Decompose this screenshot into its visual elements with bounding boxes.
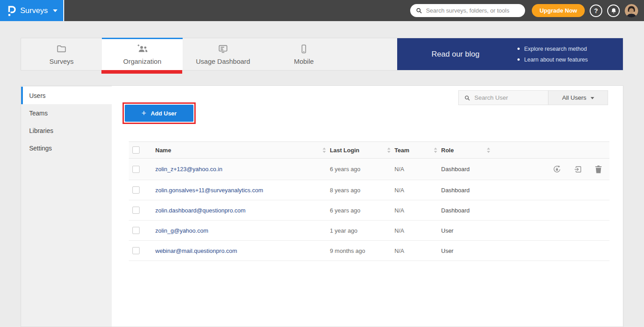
sidebar: Users Teams Libraries Settings xyxy=(21,86,112,327)
product-menu-label: Surveys xyxy=(20,6,48,15)
dashboard-icon xyxy=(218,44,228,54)
row-checkbox[interactable] xyxy=(132,207,140,214)
questionpro-p-logo-icon xyxy=(7,5,16,17)
last-login-value: 6 years ago xyxy=(330,207,360,214)
last-login-value: 6 years ago xyxy=(330,166,360,172)
global-search-input[interactable] xyxy=(426,7,520,14)
product-switcher[interactable]: Surveys xyxy=(0,0,64,21)
sidebar-item-label: Teams xyxy=(29,110,48,117)
add-people-icon xyxy=(136,44,149,54)
column-header-team[interactable]: Team xyxy=(394,147,409,154)
last-login-value: 1 year ago xyxy=(330,227,357,234)
team-value: N/A xyxy=(394,247,404,254)
table-row: zolin_z+123@yahoo.co.in 6 years ago N/A … xyxy=(129,159,609,180)
annotation-highlight-add-user: + Add User xyxy=(123,102,196,124)
search-icon xyxy=(464,95,470,101)
team-value: N/A xyxy=(394,227,404,234)
sidebar-item-label: Users xyxy=(29,92,46,99)
user-email-link[interactable]: zolin_z+123@yahoo.co.in xyxy=(155,166,222,172)
search-icon xyxy=(416,7,422,14)
column-header-name[interactable]: Name xyxy=(155,147,171,154)
row-checkbox[interactable] xyxy=(132,186,140,194)
row-checkbox[interactable] xyxy=(132,247,140,254)
table-row: zolin.gonsalves+11@surveyanalytics.com 8… xyxy=(129,180,609,200)
row-checkbox[interactable] xyxy=(132,227,140,234)
role-value: Dashboard xyxy=(441,166,470,172)
tab-surveys[interactable]: Surveys xyxy=(21,38,102,70)
team-value: N/A xyxy=(394,187,404,194)
tab-usage-dashboard[interactable]: Usage Dashboard xyxy=(183,38,263,70)
user-email-link[interactable]: zolin.dashboard@questionpro.com xyxy=(155,207,245,214)
global-search xyxy=(410,4,525,17)
plus-icon: + xyxy=(141,109,146,117)
last-login-value: 9 months ago xyxy=(330,247,365,254)
sidebar-item-settings[interactable]: Settings xyxy=(21,139,112,157)
organization-panel: Users Teams Libraries Settings All Users xyxy=(21,85,623,327)
column-header-role[interactable]: Role xyxy=(441,147,454,154)
column-header-last-login[interactable]: Last Login xyxy=(330,147,359,154)
blog-bullet: Learn about new features xyxy=(517,57,588,63)
user-search-field xyxy=(459,91,548,105)
sort-icon[interactable] xyxy=(322,147,326,153)
row-actions xyxy=(491,165,609,174)
sidebar-item-label: Libraries xyxy=(29,127,53,134)
chevron-down-icon xyxy=(591,97,594,99)
user-email-link[interactable]: zolin_g@yahoo.com xyxy=(155,227,208,234)
add-user-button[interactable]: + Add User xyxy=(125,105,193,122)
users-table: Name Last Login Team Role zolin xyxy=(129,141,609,261)
folder-icon xyxy=(57,44,66,54)
table-row: zolin_g@yahoo.com 1 year ago N/A User xyxy=(129,221,609,241)
tab-organization[interactable]: Organization xyxy=(102,38,183,70)
table-header: Name Last Login Team Role xyxy=(129,141,609,159)
login-as-user-icon[interactable] xyxy=(574,165,583,174)
role-value: User xyxy=(441,227,453,234)
bell-icon xyxy=(610,7,617,14)
app-root: Surveys Upgrade Now ? xyxy=(0,0,644,327)
table-row: webinar@mail.questionpro.com 9 months ag… xyxy=(129,241,609,261)
sidebar-item-label: Settings xyxy=(29,145,52,152)
blog-banner-title: Read our blog xyxy=(397,50,514,59)
user-search-bar: All Users xyxy=(458,90,608,105)
user-filter-dropdown[interactable]: All Users xyxy=(548,91,608,105)
annotation-highlight-organization-tab xyxy=(101,70,182,74)
sort-icon[interactable] xyxy=(387,147,391,153)
team-value: N/A xyxy=(394,207,404,214)
user-search-input[interactable] xyxy=(474,94,543,101)
reset-password-icon[interactable] xyxy=(552,165,561,174)
role-value: Dashboard xyxy=(441,207,470,214)
table-body: zolin_z+123@yahoo.co.in 6 years ago N/A … xyxy=(129,159,609,261)
mobile-icon xyxy=(299,44,309,54)
sidebar-item-users[interactable]: Users xyxy=(21,87,112,104)
table-row: zolin.dashboard@questionpro.com 6 years … xyxy=(129,200,609,221)
blog-bullet-list: Explore research method Learn about new … xyxy=(517,46,588,63)
user-filter-label: All Users xyxy=(562,94,586,101)
last-login-value: 8 years ago xyxy=(330,187,360,194)
question-mark-icon: ? xyxy=(594,7,598,14)
bullet-dot-icon xyxy=(517,48,520,50)
user-avatar[interactable] xyxy=(625,4,638,18)
topbar-actions: Upgrade Now ? xyxy=(410,4,644,18)
add-user-label: Add User xyxy=(151,110,177,117)
chevron-down-icon xyxy=(53,9,57,12)
select-all-checkbox[interactable] xyxy=(132,146,140,154)
sort-icon[interactable] xyxy=(486,147,491,153)
role-value: Dashboard xyxy=(441,187,470,194)
role-value: User xyxy=(441,247,453,254)
team-value: N/A xyxy=(394,166,404,172)
sort-icon[interactable] xyxy=(434,147,438,153)
bullet-dot-icon xyxy=(517,58,520,61)
delete-icon[interactable] xyxy=(595,165,602,173)
tab-bar: Surveys Organization Usage Dashboard Mob… xyxy=(21,38,623,71)
user-email-link[interactable]: webinar@mail.questionpro.com xyxy=(155,247,237,254)
row-checkbox[interactable] xyxy=(132,166,140,173)
upgrade-now-button[interactable]: Upgrade Now xyxy=(532,4,585,17)
tab-mobile[interactable]: Mobile xyxy=(263,38,344,70)
blog-banner[interactable]: Read our blog Explore research method Le… xyxy=(397,38,623,70)
user-email-link[interactable]: zolin.gonsalves+11@surveyanalytics.com xyxy=(155,187,263,194)
sidebar-item-teams[interactable]: Teams xyxy=(21,104,112,122)
blog-bullet: Explore research method xyxy=(517,46,588,52)
sidebar-item-libraries[interactable]: Libraries xyxy=(21,122,112,139)
notifications-button[interactable] xyxy=(607,4,620,17)
topbar: Surveys Upgrade Now ? xyxy=(0,0,644,21)
help-button[interactable]: ? xyxy=(590,4,602,17)
